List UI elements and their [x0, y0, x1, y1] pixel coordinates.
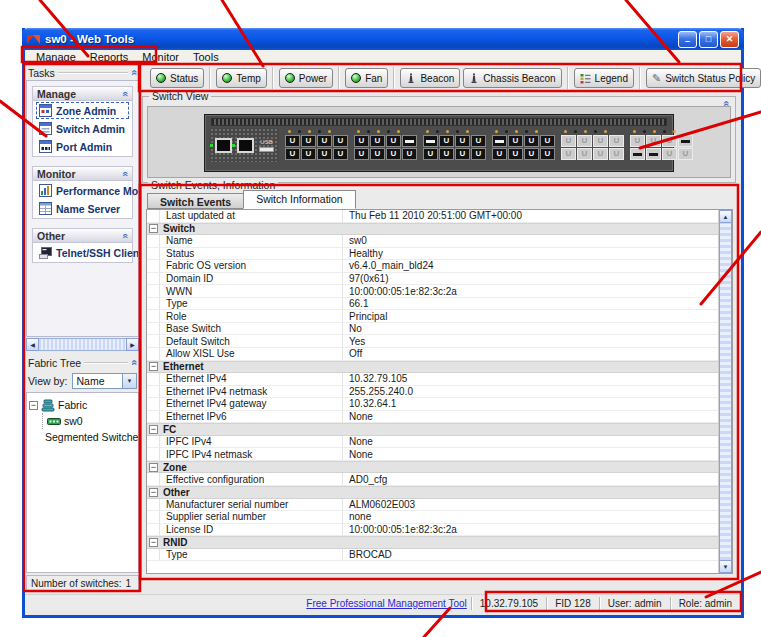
switch-port[interactable]: U — [285, 148, 300, 160]
switch-port[interactable]: U — [354, 148, 369, 160]
menu-reports[interactable]: Reports — [83, 51, 136, 63]
collapse-chevron-icon[interactable]: « — [128, 69, 139, 75]
beacon-button[interactable]: Beacon — [400, 68, 460, 88]
menu-manage[interactable]: Manage — [29, 51, 83, 63]
close-button[interactable]: ✕ — [720, 31, 739, 48]
switch-port[interactable]: U — [678, 148, 693, 160]
switch-port[interactable]: U — [317, 135, 332, 147]
tasks-header[interactable]: Tasks « — [28, 66, 137, 79]
collapse-section-icon[interactable]: − — [149, 362, 158, 371]
tab-switch-events[interactable]: Switch Events — [147, 193, 244, 209]
power-button[interactable]: Power — [279, 68, 333, 88]
scroll-right-button[interactable]: ▶ — [126, 338, 139, 351]
switch-port[interactable]: U — [439, 148, 454, 160]
switch-port[interactable]: U — [301, 148, 316, 160]
legend-button[interactable]: Legend — [574, 68, 634, 88]
sidebar-item-performance-monitor[interactable]: Performance Monitor — [36, 182, 129, 199]
switch-port[interactable]: U — [508, 135, 523, 147]
switch-port[interactable]: U — [540, 135, 555, 147]
switch-port[interactable]: U — [386, 148, 401, 160]
scroll-down-button[interactable]: ▼ — [719, 560, 732, 573]
switch-port[interactable]: U — [423, 148, 438, 160]
collapse-section-icon[interactable]: − — [149, 463, 158, 472]
switch-port[interactable]: U — [354, 135, 369, 147]
usb-port[interactable]: USB — [259, 139, 274, 152]
minimize-button[interactable]: – — [678, 31, 697, 48]
status-button[interactable]: Status — [150, 68, 204, 88]
switch-port[interactable]: U — [662, 135, 677, 147]
switch-port[interactable]: U — [455, 135, 470, 147]
collapse-section-icon[interactable]: − — [149, 538, 158, 547]
fan-button[interactable]: Fan — [345, 68, 388, 88]
sidebar-item-switch-admin[interactable]: Switch Admin — [36, 120, 129, 137]
switch-port[interactable]: U — [593, 148, 608, 160]
switch-port[interactable]: U — [370, 148, 385, 160]
switch-port[interactable]: U — [386, 135, 401, 147]
switch-port[interactable]: U — [301, 135, 316, 147]
switch-port[interactable]: U — [285, 135, 300, 147]
switch-port[interactable] — [423, 135, 438, 147]
switch-port[interactable]: U — [439, 135, 454, 147]
switch-port[interactable]: U — [317, 148, 332, 160]
switch-port[interactable]: U — [577, 148, 592, 160]
switch-port[interactable]: U — [402, 148, 417, 160]
switch-port[interactable]: U — [662, 148, 677, 160]
switch-port[interactable]: U — [540, 148, 555, 160]
sidebar-item-zone-admin[interactable]: Zone Admin — [36, 102, 129, 119]
tree-node-sw0[interactable]: sw0 — [47, 413, 136, 429]
collapse-chevron-icon[interactable]: « — [120, 171, 130, 177]
tree-node-fabric[interactable]: − Fabric — [29, 397, 136, 413]
switch-port[interactable]: U — [524, 148, 539, 160]
scroll-left-button[interactable]: ◀ — [26, 338, 39, 351]
collapse-chevron-icon[interactable]: « — [120, 233, 130, 239]
switch-port[interactable]: U — [524, 135, 539, 147]
collapse-section-icon[interactable]: − — [149, 488, 158, 497]
switch-port[interactable]: U — [455, 148, 470, 160]
other-section-header[interactable]: Other « — [33, 229, 132, 243]
monitor-section-header[interactable]: Monitor « — [33, 167, 132, 181]
switch-port[interactable]: U — [333, 148, 348, 160]
switch-port[interactable]: U — [333, 135, 348, 147]
switch-port[interactable]: U — [609, 135, 624, 147]
switch-port[interactable]: U — [492, 148, 507, 160]
manage-section-header[interactable]: Manage « — [33, 87, 132, 101]
collapse-chevron-icon[interactable]: « — [128, 359, 139, 365]
switch-port[interactable] — [492, 135, 507, 147]
switch-port[interactable]: U — [471, 135, 486, 147]
menu-tools[interactable]: Tools — [186, 51, 226, 63]
view-by-select[interactable]: Name ▼ — [72, 373, 138, 389]
sidebar-item-port-admin[interactable]: Port Admin — [36, 138, 129, 155]
switch-port[interactable]: U — [646, 135, 661, 147]
scroll-up-button[interactable]: ▲ — [719, 210, 732, 223]
switch-port[interactable] — [630, 148, 645, 160]
sidebar-item-name-server[interactable]: Name Server — [36, 200, 129, 217]
switch-port[interactable]: U — [630, 135, 645, 147]
scrollbar-thumb[interactable] — [719, 223, 732, 560]
collapse-chevron-icon[interactable]: « — [120, 91, 130, 97]
chassis-beacon-button[interactable]: Chassis Beacon — [463, 68, 561, 88]
switch-port[interactable]: U — [471, 148, 486, 160]
tab-switch-information[interactable]: Switch Information — [243, 190, 355, 209]
switch-port[interactable]: U — [561, 148, 576, 160]
temp-button[interactable]: Temp — [216, 68, 266, 88]
tree-expander-icon[interactable]: − — [29, 401, 38, 410]
collapse-section-icon[interactable]: − — [149, 425, 158, 434]
collapse-section-icon[interactable]: − — [149, 224, 158, 233]
switch-port[interactable]: U — [561, 135, 576, 147]
switch-port[interactable]: U — [593, 135, 608, 147]
sidebar-item-telnet-ssh-client[interactable]: Telnet/SSH Client — [36, 244, 129, 261]
switch-port[interactable]: U — [577, 135, 592, 147]
switch-port[interactable]: U — [609, 148, 624, 160]
free-tool-link[interactable]: Free Professional Management Tool — [306, 598, 466, 609]
tree-node-segmented-switches[interactable]: Segmented Switches — [42, 429, 136, 445]
maximize-button[interactable]: □ — [699, 31, 718, 48]
fabric-tree-header[interactable]: Fabric Tree « — [28, 356, 137, 369]
switch-port[interactable]: U — [370, 135, 385, 147]
ethernet-port[interactable] — [237, 138, 254, 153]
menu-monitor[interactable]: Monitor — [135, 51, 186, 63]
switch-status-policy-button[interactable]: ✎Switch Status Policy — [646, 68, 761, 88]
switch-port[interactable] — [678, 135, 693, 147]
scrollbar-track[interactable] — [39, 338, 126, 351]
switch-port[interactable]: U — [508, 148, 523, 160]
switch-port[interactable] — [646, 148, 661, 160]
